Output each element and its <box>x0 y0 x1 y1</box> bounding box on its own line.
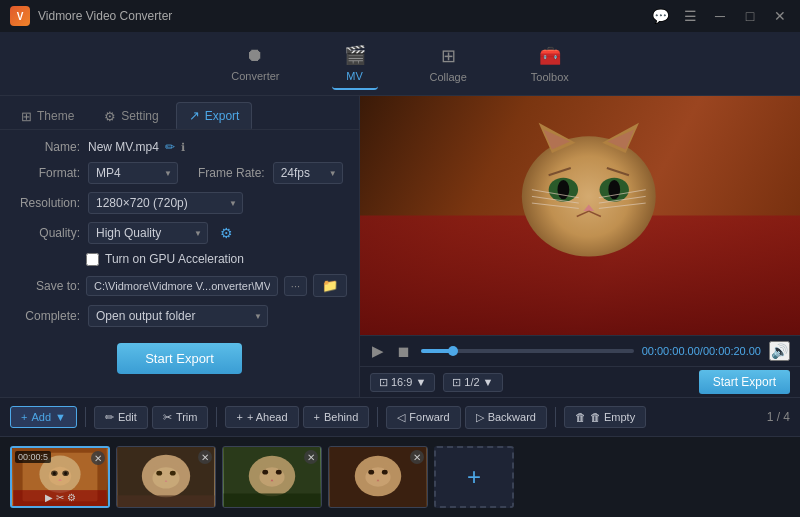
video-controls: ▶ ⏹ 00:00:00.00/00:00:20.00 🔊 <box>360 335 800 366</box>
nav-mv[interactable]: 🎬 MV <box>332 38 378 90</box>
info-icon[interactable]: ℹ <box>181 141 185 154</box>
titlebar-controls: 💬 ☰ ─ □ ✕ <box>650 6 790 26</box>
converter-icon: ⏺ <box>246 45 264 66</box>
saveto-path-input[interactable] <box>86 276 278 296</box>
clip-1-close[interactable]: ✕ <box>91 451 105 465</box>
zoom-icon: ⊡ <box>452 376 461 389</box>
trash-icon: 🗑 <box>575 411 586 423</box>
page-count: 1 / 4 <box>767 410 790 424</box>
gpu-row[interactable]: Turn on GPU Acceleration <box>12 252 347 266</box>
tab-theme-label: Theme <box>37 109 74 123</box>
add-button[interactable]: + Add ▼ <box>10 406 77 428</box>
framerate-label: Frame Rate: <box>198 166 265 180</box>
nav-toolbox[interactable]: 🧰 Toolbox <box>519 39 581 89</box>
app-title: Vidmore Video Converter <box>38 9 172 23</box>
menu-icon[interactable]: ☰ <box>680 6 700 26</box>
clip-3[interactable]: ✕ <box>222 446 322 508</box>
nav-converter[interactable]: ⏺ Converter <box>219 39 291 88</box>
zoom-level-button[interactable]: ⊡ 1/2 ▼ <box>443 373 502 392</box>
clip-cut-icon[interactable]: ✂ <box>56 492 64 503</box>
behind-label: Behind <box>324 411 358 423</box>
zoom-value: 1/2 <box>464 376 479 388</box>
empty-button[interactable]: 🗑 🗑 Empty <box>564 406 646 428</box>
start-export-right-button[interactable]: Start Export <box>699 370 790 394</box>
minimize-button[interactable]: ─ <box>710 6 730 26</box>
svg-point-5 <box>49 467 71 486</box>
behind-button[interactable]: + Behind <box>303 406 370 428</box>
backward-button[interactable]: ▷ Backward <box>465 406 547 429</box>
ahead-button[interactable]: + + Ahead <box>225 406 298 428</box>
right-panel: ▶ ⏹ 00:00:00.00/00:00:20.00 🔊 ⊡ 16:9 ▼ ⊡… <box>360 96 800 397</box>
maximize-button[interactable]: □ <box>740 6 760 26</box>
clip-2-close[interactable]: ✕ <box>198 450 212 464</box>
forward-button[interactable]: ◁ Forward <box>386 406 460 429</box>
start-export-button[interactable]: Start Export <box>117 343 242 374</box>
titlebar: V Vidmore Video Converter 💬 ☰ ─ □ ✕ <box>0 0 800 32</box>
time-display: 00:00:00.00/00:00:20.00 <box>642 345 761 357</box>
close-button[interactable]: ✕ <box>770 6 790 26</box>
play-button[interactable]: ▶ <box>370 340 386 362</box>
svg-point-26 <box>262 470 268 475</box>
ratio-icon: ⊡ <box>379 376 388 389</box>
clip-1-controls: ▶ ✂ ⚙ <box>45 492 76 503</box>
svg-point-36 <box>382 470 388 475</box>
quality-label: Quality: <box>12 226 80 240</box>
format-select[interactable]: MP4 AVI MOV <box>88 162 178 184</box>
timeline: 00:00:5 ✕ ▶ ✂ ⚙ ✕ <box>0 437 800 517</box>
edit-name-icon[interactable]: ✏ <box>165 140 175 154</box>
fps-area: Frame Rate: 24fps 30fps 60fps <box>198 162 343 184</box>
nav-collage[interactable]: ⊞ Collage <box>418 39 479 89</box>
video-controls2: ⊡ 16:9 ▼ ⊡ 1/2 ▼ Start Export <box>360 366 800 397</box>
resolution-row: Resolution: 1280×720 (720p) 1920×1080 (1… <box>12 192 347 214</box>
quality-select[interactable]: High Quality Standard Low <box>88 222 208 244</box>
tab-theme[interactable]: ⊞ Theme <box>8 102 87 129</box>
clip-settings-icon[interactable]: ⚙ <box>67 492 76 503</box>
total-time: 00:00:20.00 <box>703 345 761 357</box>
nav-toolbox-label: Toolbox <box>531 71 569 83</box>
clip-3-close[interactable]: ✕ <box>304 450 318 464</box>
open-folder-button[interactable]: 📁 <box>313 274 347 297</box>
volume-button[interactable]: 🔊 <box>769 341 790 361</box>
chat-icon[interactable]: 💬 <box>650 6 670 26</box>
clip-play-icon[interactable]: ▶ <box>45 492 53 503</box>
svg-point-16 <box>152 467 179 488</box>
mv-icon: 🎬 <box>344 44 366 66</box>
saveto-more-button[interactable]: ··· <box>284 276 307 296</box>
bottom-toolbar: + Add ▼ ✏ Edit ✂ Trim + + Ahead + Behind… <box>0 397 800 437</box>
empty-label: 🗑 Empty <box>590 411 635 423</box>
nav-mv-label: MV <box>346 70 363 82</box>
toolbar-separator-1 <box>85 407 86 427</box>
tab-setting[interactable]: ⚙ Setting <box>91 102 171 129</box>
progress-bar[interactable] <box>421 349 634 353</box>
resolution-select[interactable]: 1280×720 (720p) 1920×1080 (1080p) 640×48… <box>88 192 243 214</box>
svg-point-9 <box>64 471 67 475</box>
svg-point-8 <box>53 471 56 475</box>
svg-point-27 <box>276 470 282 475</box>
quality-settings-icon[interactable]: ⚙ <box>220 225 233 241</box>
stop-button[interactable]: ⏹ <box>394 341 413 362</box>
tab-export[interactable]: ↗ Export <box>176 102 253 129</box>
video-preview <box>360 96 800 335</box>
clip-4-close[interactable]: ✕ <box>410 450 424 464</box>
saveto-row: Save to: ··· 📁 <box>12 274 347 297</box>
export-form: Name: New MV.mp4 ✏ ℹ Format: MP4 AVI MOV <box>0 130 359 397</box>
clip-1-time: 00:00:5 <box>15 451 51 463</box>
aspect-ratio-button[interactable]: ⊡ 16:9 ▼ <box>370 373 435 392</box>
forward-icon: ◁ <box>397 411 405 424</box>
complete-select[interactable]: Open output folder Do nothing <box>88 305 268 327</box>
theme-grid-icon: ⊞ <box>21 109 32 124</box>
top-navigation: ⏺ Converter 🎬 MV ⊞ Collage 🧰 Toolbox <box>0 32 800 96</box>
trim-button[interactable]: ✂ Trim <box>152 406 209 429</box>
gpu-checkbox[interactable] <box>86 253 99 266</box>
edit-button[interactable]: ✏ Edit <box>94 406 148 429</box>
svg-point-35 <box>368 470 374 475</box>
forward-label: Forward <box>409 411 449 423</box>
clip-1[interactable]: 00:00:5 ✕ ▶ ✂ ⚙ <box>10 446 110 508</box>
add-clip-button[interactable]: + <box>434 446 514 508</box>
progress-handle[interactable] <box>448 346 458 356</box>
framerate-select[interactable]: 24fps 30fps 60fps <box>273 162 343 184</box>
clip-2[interactable]: ✕ <box>116 446 216 508</box>
clip-4[interactable]: ✕ <box>328 446 428 508</box>
toolbar-separator-4 <box>555 407 556 427</box>
complete-label: Complete: <box>12 309 80 323</box>
